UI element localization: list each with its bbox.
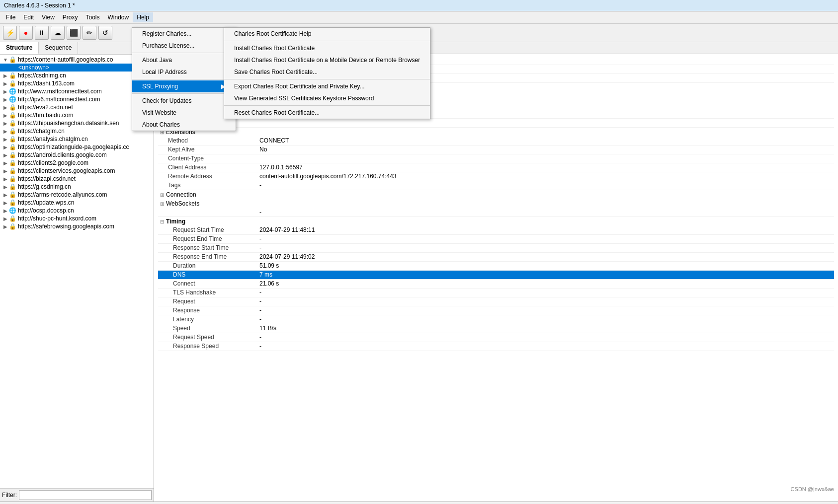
tree-icon: 🔒 <box>9 144 16 150</box>
tree-icon: 🌐 <box>9 207 16 214</box>
menu-help[interactable]: Help <box>133 12 153 22</box>
tree-item[interactable]: ▶🔒https://update.wps.cn <box>0 199 154 207</box>
tree-item[interactable]: ▶🌐http://ocsp.dcocsp.cn <box>0 207 154 215</box>
tree-item[interactable]: ▶🔒https://android.clients.google.com <box>0 151 154 159</box>
tree-expand-icon[interactable]: ▶ <box>2 137 9 142</box>
tree-item[interactable]: ▶🔒https://analysis.chatglm.cn <box>0 135 154 143</box>
tree-expand-icon[interactable]: ▶ <box>2 200 9 206</box>
tree-expand-icon[interactable]: ▶ <box>2 129 9 134</box>
tree-item[interactable]: ▶🔒https://clients2.google.com <box>0 159 154 167</box>
menu-file[interactable]: File <box>2 12 19 22</box>
timing-expander[interactable]: ⊟ <box>160 219 164 224</box>
tree-item[interactable]: ▼🔒https://content-autofill.googleapis.co <box>0 56 154 64</box>
tree-item[interactable]: ▶🔒https://optimizationguide-pa.googleapi… <box>0 143 154 151</box>
kept-alive-row: Kept Alive No <box>158 145 834 154</box>
menu-edit[interactable]: Edit <box>19 12 38 22</box>
resp-end-key: Response End Time <box>158 253 257 261</box>
sidebar-tab-sequence[interactable]: Sequence <box>39 42 78 54</box>
tree-expand-icon[interactable]: ▶ <box>2 89 9 94</box>
tree-expand-icon[interactable]: ▶ <box>2 224 9 229</box>
tree-expand-icon[interactable]: ▼ <box>2 57 9 63</box>
menu-view[interactable]: View <box>38 12 59 22</box>
menu-about-charles[interactable]: About Charles <box>132 119 236 131</box>
menu-window[interactable]: Window <box>104 12 133 22</box>
tree-expand-icon[interactable]: ▶ <box>2 176 9 182</box>
tree-expand-icon[interactable]: ▶ <box>2 105 9 110</box>
menu-ssl-proxying[interactable]: SSL Proxying ▶ <box>132 80 236 92</box>
toolbar-refresh-button[interactable]: ↺ <box>98 26 112 40</box>
sidebar-tab-structure[interactable]: Structure <box>0 42 39 54</box>
menu-local-ip[interactable]: Local IP Address <box>132 66 236 78</box>
client-address-val: 127.0.0.1:56597 <box>257 163 834 172</box>
tree-expand-icon[interactable]: ▶ <box>2 152 9 158</box>
toolbar-cloud-button[interactable]: ☁ <box>51 26 65 40</box>
menu-register-charles[interactable]: Register Charles... <box>132 28 236 40</box>
req-end-val: - <box>257 235 834 243</box>
menu-tools[interactable]: Tools <box>82 12 104 22</box>
tree-expand-icon[interactable]: ▶ <box>2 73 9 78</box>
tree-item[interactable]: ▶🌐http://www.msftconnecttest.com <box>0 87 154 95</box>
tree-expand-icon[interactable]: ▶ <box>2 192 9 198</box>
tags-key: Tags <box>158 181 257 190</box>
toolbar-record-button[interactable]: ● <box>19 26 33 40</box>
tree-expand-icon[interactable]: ▶ <box>2 208 9 214</box>
tree-item[interactable]: ▶🔒https://safebrowsing.googleapis.com <box>0 222 154 230</box>
tree-item[interactable]: <unknown> <box>0 64 154 72</box>
ssl-sep3 <box>224 105 430 106</box>
websockets-expander[interactable]: ⊞ <box>160 201 164 207</box>
kept-alive-val: No <box>257 145 834 154</box>
tree-item[interactable]: ▶🔒https://hm.baidu.com <box>0 111 154 119</box>
menu-visit-website[interactable]: Visit Website <box>132 107 236 119</box>
tree-area[interactable]: ▼🔒https://content-autofill.googleapis.co… <box>0 55 154 488</box>
tree-expand-icon[interactable]: ▶ <box>2 160 9 166</box>
tree-label: http://www.msftconnecttest.com <box>18 88 102 95</box>
dns-row[interactable]: DNS 7 ms <box>158 271 834 280</box>
ssl-install-root[interactable]: Install Charles Root Certificate <box>224 42 430 54</box>
ssl-install-mobile[interactable]: Install Charles Root Certificate on a Mo… <box>224 54 430 66</box>
sidebar-tabs: Structure Sequence <box>0 42 154 55</box>
tree-icon: 🔒 <box>9 167 16 174</box>
websockets-label: WebSockets <box>166 200 199 207</box>
tree-item[interactable]: ▶🔒https://clientservices.googleapis.com <box>0 167 154 175</box>
menu-proxy[interactable]: Proxy <box>59 12 82 22</box>
tree-icon: 🔒 <box>9 215 16 222</box>
tree-expand-icon[interactable]: ▶ <box>2 97 9 102</box>
tree-expand-icon[interactable]: ▶ <box>2 121 9 126</box>
resp-end-val: 2024-07-29 11:49:02 <box>257 253 834 261</box>
tree-item[interactable]: ▶🌐http://ipv6.msftconnecttest.com <box>0 95 154 103</box>
req-start-val: 2024-07-29 11:48:11 <box>257 226 834 234</box>
tree-item[interactable]: ▶🔒https://g.csdnimg.cn <box>0 183 154 191</box>
ssl-reset-cert[interactable]: Reset Charles Root Certificate... <box>224 107 430 119</box>
tree-item[interactable]: ▶🔒https://zhipuaishengchan.datasink.sen <box>0 119 154 127</box>
tree-expand-icon[interactable]: ▶ <box>2 216 9 221</box>
remote-address-val: content-autofill.googleapis.com/172.217.… <box>257 172 834 181</box>
menu-about-java[interactable]: About Java <box>132 54 236 66</box>
tree-item[interactable]: ▶🔒https://dashi.163.com <box>0 79 154 87</box>
tree-expand-icon[interactable]: ▶ <box>2 144 9 150</box>
toolbar-edit-button[interactable]: ✏ <box>83 26 96 40</box>
ssl-root-cert-help[interactable]: Charles Root Certificate Help <box>224 28 430 40</box>
tls-val: - <box>257 288 834 297</box>
ssl-view-keystore[interactable]: View Generated SSL Certificates Keystore… <box>224 92 430 104</box>
toolbar-lightning-button[interactable]: ⚡ <box>3 26 17 40</box>
toolbar-stop-button[interactable]: ⬛ <box>67 26 81 40</box>
filter-input[interactable] <box>19 490 152 500</box>
tree-item[interactable]: ▶🔒https://bizapi.csdn.net <box>0 175 154 183</box>
tree-expand-icon[interactable]: ▶ <box>2 81 9 86</box>
tree-expand-icon[interactable]: ▶ <box>2 184 9 190</box>
tree-item[interactable]: ▶🔒https://arms-retcode.aliyuncs.com <box>0 191 154 199</box>
tree-label: https://bizapi.csdn.net <box>18 175 76 182</box>
connection-expander[interactable]: ⊞ <box>160 192 164 198</box>
tree-item[interactable]: ▶🔒https://eva2.csdn.net <box>0 103 154 111</box>
menu-purchase-license[interactable]: Purchase License... <box>132 40 236 52</box>
ssl-export-key[interactable]: Export Charles Root Certificate and Priv… <box>224 80 430 92</box>
tree-expand-icon[interactable]: ▶ <box>2 113 9 118</box>
ws-val: - <box>257 208 834 216</box>
ssl-save-root[interactable]: Save Charles Root Certificate... <box>224 66 430 78</box>
toolbar-pause-button[interactable]: ⏸ <box>35 26 49 40</box>
tree-item[interactable]: ▶🔒http://shuc-pc-hunt.ksord.com <box>0 215 154 222</box>
tree-item[interactable]: ▶🔒https://chatglm.cn <box>0 127 154 135</box>
tree-item[interactable]: ▶🔒https://csdnimg.cn <box>0 72 154 79</box>
menu-check-updates[interactable]: Check for Updates <box>132 95 236 107</box>
tree-expand-icon[interactable]: ▶ <box>2 168 9 174</box>
